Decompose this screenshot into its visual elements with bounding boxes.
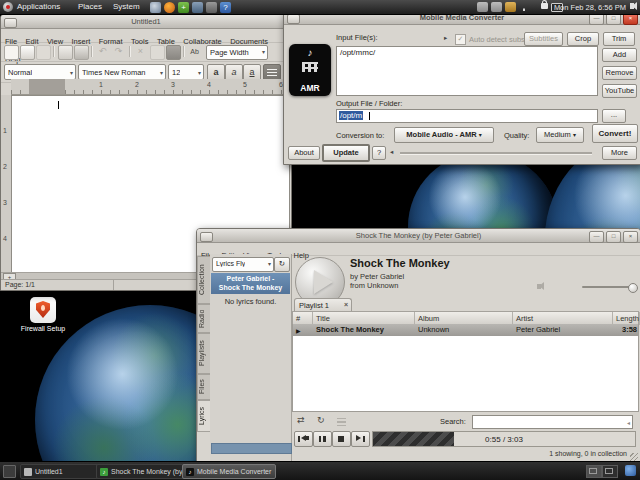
add-button[interactable]: Add [602, 48, 637, 62]
terminal-launcher-icon[interactable] [206, 2, 217, 13]
ruler-margin[interactable] [29, 79, 65, 94]
column-length[interactable]: Length [613, 312, 640, 325]
workspace-2[interactable] [602, 465, 618, 478]
tab-playlists[interactable]: Playlists [197, 333, 210, 374]
column-title[interactable]: Title [313, 312, 415, 325]
maximize-button[interactable]: □ [606, 231, 621, 243]
clock[interactable]: Mon Feb 28, 6:56 PM [554, 3, 626, 12]
tab-radio[interactable]: Radio [197, 304, 210, 333]
tray-window-icon[interactable] [477, 2, 488, 12]
convert-button[interactable]: Convert! [592, 124, 638, 143]
font-value: Times New Roman [82, 68, 146, 77]
taskbar-item-player[interactable]: ♪ Shock The Monkey (by… [96, 464, 186, 479]
add-software-launcher-icon[interactable]: + [178, 2, 189, 13]
horizontal-ruler[interactable]: 1 2 3 4 5 6 [11, 79, 290, 95]
close-tab-icon[interactable]: × [344, 301, 348, 308]
repeat-icon[interactable]: ↻ [317, 415, 325, 425]
firewall-icon [30, 297, 56, 323]
ruler-number: 3 [3, 199, 7, 206]
trim-button[interactable]: Trim [603, 32, 635, 46]
show-desktop-icon[interactable] [3, 465, 16, 478]
new-document-icon[interactable] [4, 45, 19, 60]
network-signal-icon[interactable] [523, 3, 534, 11]
dynamic-mode-icon[interactable] [337, 418, 346, 426]
input-files-list[interactable]: /opt/mmc/ [336, 46, 598, 96]
about-button[interactable]: About [288, 146, 320, 160]
pause-button[interactable] [313, 431, 332, 447]
print-icon[interactable] [74, 45, 89, 60]
input-file-entry[interactable]: /opt/mmc/ [340, 48, 375, 57]
collapse-icon[interactable]: ◂ [390, 148, 393, 156]
tab-collection[interactable]: Collection [197, 256, 210, 304]
column-artist[interactable]: Artist [513, 312, 613, 325]
more-button[interactable]: More [602, 146, 637, 160]
resize-grip[interactable] [630, 453, 638, 461]
clear-search-icon[interactable]: ◂ [627, 419, 630, 426]
next-button[interactable] [351, 431, 370, 447]
workspace-1[interactable] [586, 465, 602, 478]
column-number[interactable]: # [293, 312, 313, 325]
stop-button[interactable] [332, 431, 351, 447]
search-label: Search: [440, 417, 466, 426]
taskbar-item-writer[interactable]: Untitled1 [20, 464, 100, 479]
minimize-button[interactable]: — [589, 231, 604, 243]
playlist-tab[interactable]: Playlist 1 × [294, 298, 352, 312]
font-size-dropdown[interactable]: 12 ▾ [168, 64, 204, 80]
tray-window-icon[interactable] [491, 2, 502, 12]
spellcheck-icon[interactable]: Ab [188, 45, 201, 58]
tab-files[interactable]: Files [197, 374, 210, 400]
lyrics-panel-footer[interactable] [211, 443, 292, 454]
search-input[interactable]: ◂ [472, 415, 633, 429]
output-input[interactable]: /opt/m [336, 109, 598, 123]
tray-folder-icon[interactable] [505, 2, 516, 12]
open-icon[interactable] [20, 45, 35, 60]
expander-icon[interactable]: ▸ [444, 34, 447, 42]
column-album[interactable]: Album [415, 312, 513, 325]
style-dropdown[interactable]: Normal ▾ [4, 64, 76, 80]
help-launcher-icon[interactable]: ? [220, 2, 231, 13]
trash-icon[interactable] [625, 465, 636, 476]
seek-bar[interactable]: 0:55 / 3:03 [372, 431, 636, 447]
conversion-dropdown[interactable]: Mobile Audio - AMR ▾ [394, 127, 494, 143]
quality-label: Quality: [504, 131, 529, 140]
cut-icon: × [134, 45, 147, 58]
close-button[interactable]: × [623, 231, 638, 243]
table-row[interactable]: ▶ Shock The Monkey Unknown Peter Gabriel… [293, 324, 638, 336]
tab-lyrics[interactable]: Lyrics [197, 400, 210, 432]
browse-button[interactable]: ... [602, 109, 626, 123]
paste-icon[interactable] [166, 45, 181, 60]
menu-system[interactable]: System [113, 2, 140, 11]
zoom-dropdown[interactable]: Page Width ▾ [206, 45, 268, 60]
youtube-button[interactable]: YouTube [602, 84, 637, 98]
volume-slider[interactable] [582, 286, 634, 288]
previous-button[interactable] [294, 431, 313, 447]
update-button[interactable]: Update [322, 144, 370, 162]
export-icon[interactable] [58, 45, 73, 60]
browser-launcher-icon[interactable] [150, 2, 161, 13]
subtitles-button: Subtitles [524, 32, 563, 46]
conversion-label: Conversion to: [336, 131, 384, 140]
firefox-launcher-icon[interactable] [164, 2, 175, 13]
menu-places[interactable]: Places [78, 2, 102, 11]
desktop-icon-firewall-setup[interactable]: Firewall Setup [13, 297, 73, 332]
taskbar-item-converter[interactable]: ♪ Mobile Media Converter [182, 464, 276, 479]
crop-button[interactable]: Crop [567, 32, 599, 46]
quality-dropdown[interactable]: Medium ▾ [536, 127, 584, 143]
refresh-lyrics-button[interactable]: ↻ [274, 257, 290, 272]
player-titlebar[interactable]: Shock The Monkey (by Peter Gabriel) — □ … [197, 229, 640, 243]
writer-titlebar[interactable]: Untitled1 [1, 15, 291, 29]
volume-tray-icon[interactable] [630, 3, 634, 9]
remove-button[interactable]: Remove [602, 66, 637, 80]
lock-icon[interactable] [541, 3, 548, 9]
font-dropdown[interactable]: Times New Roman ▾ [78, 64, 166, 80]
distributor-logo-icon[interactable] [3, 2, 13, 12]
playlist-body[interactable]: ▶ Shock The Monkey Unknown Peter Gabriel… [292, 324, 639, 412]
auto-detect-checkbox[interactable]: ✓ [455, 34, 466, 45]
menu-applications[interactable]: Applications [17, 2, 60, 11]
lyrics-provider-dropdown[interactable]: Lyrics Fly ▾ [212, 257, 274, 272]
playing-indicator-icon: ▶ [293, 324, 313, 336]
help-button[interactable]: ? [372, 146, 386, 160]
tools-launcher-icon[interactable] [192, 2, 203, 13]
shuffle-icon[interactable]: ⇄ [297, 415, 305, 425]
desktop: Firewall Setup Untitled1 File Edit View … [0, 0, 640, 480]
